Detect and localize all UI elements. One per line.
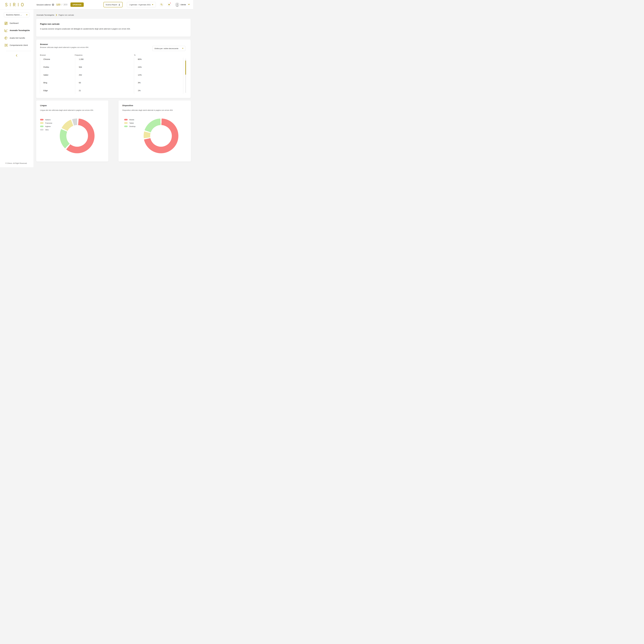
cell-percent: 12%	[138, 74, 142, 76]
sidebar-item-label: Anomalie Tecnologiche	[10, 29, 30, 31]
business-selector-label: Business Name1 ...	[6, 14, 27, 16]
sidebar-item-comportamento-utenti[interactable]: Comportamento Utenti	[0, 43, 33, 48]
legend-color-chip	[124, 119, 128, 120]
legend-color-chip	[40, 122, 44, 124]
legend-label: Francese	[45, 122, 52, 124]
legend-item: Inglese	[40, 126, 52, 127]
table-scrollbar[interactable]	[185, 59, 186, 93]
sidebar-item-anomalie-tecnologiche[interactable]: Anomalie Tecnologiche	[0, 28, 33, 33]
user-chevron-down-icon[interactable]	[188, 4, 190, 5]
column-header-browser: Browser	[40, 54, 46, 56]
download-icon	[118, 4, 120, 6]
table-row: Safari25212%	[36, 74, 191, 77]
sort-caret-icon	[182, 48, 183, 49]
legend-label: Mobile	[129, 119, 134, 121]
cell-frequenza: 21	[79, 90, 81, 92]
legend-label: Inglese	[45, 125, 51, 127]
sessions-help-icon[interactable]: ?	[52, 4, 54, 6]
business-caret-icon	[27, 14, 27, 15]
table-row: Chrome1.26060%	[36, 58, 191, 61]
dispositivo-donut-chart	[144, 118, 178, 153]
breadcrumb-parent[interactable]: Anomalie Tecnologiche	[36, 14, 54, 16]
dispositivo-legend: MobileTabletDesktop	[124, 119, 135, 127]
sidebar-collapse-button[interactable]	[15, 54, 18, 57]
sidebar-item-label: Dashboard	[10, 22, 19, 24]
legend-label: Altro	[45, 129, 49, 131]
business-selector[interactable]: Business Name1 ...	[4, 12, 29, 17]
support-button[interactable]: ?	[160, 3, 163, 7]
breadcrumb: Anomalie Tecnologiche Pagine non caricat…	[36, 14, 74, 16]
date-range-picker[interactable]: 3 gennaio - 9 gennaio 2021	[127, 2, 156, 7]
download-report-label: Scarica Report	[106, 4, 117, 6]
download-report-button[interactable]: Scarica Report	[103, 2, 123, 7]
sort-dropdown-label: Ordina per: ordine decrescente	[154, 48, 178, 49]
cell-frequenza: 504	[79, 66, 82, 68]
sessions-separator: /	[62, 3, 62, 6]
upgrade-button[interactable]: UPGRAGE	[70, 2, 84, 7]
cell-frequenza: 252	[79, 74, 82, 76]
legend-color-chip	[124, 126, 128, 127]
user-label: Utente	[180, 0, 186, 9]
bell-icon	[168, 4, 170, 6]
legend-color-chip	[40, 126, 44, 127]
copyright-text: © Chiron. All Right Reserved.	[5, 162, 27, 164]
legend-color-chip	[40, 129, 44, 130]
notifications-button[interactable]	[167, 3, 171, 7]
cell-percent: 1%	[138, 90, 141, 92]
legend-label: Italiano	[45, 119, 51, 121]
dashboard-icon	[4, 22, 8, 25]
puzzle-circle-icon	[4, 36, 8, 40]
table-row: Edge211%	[36, 90, 191, 92]
avatar[interactable]	[175, 3, 179, 7]
sirio-logo: SIRIO	[5, 2, 26, 7]
legend-label: Desktop	[129, 125, 135, 127]
cell-percent: 3%	[138, 82, 141, 84]
line-chart-icon	[4, 29, 8, 32]
cell-browser: Firefox	[43, 66, 49, 68]
sessions-label: Sessioni odierne	[36, 4, 51, 6]
sort-dropdown[interactable]: Ordina per: ordine decrescente	[152, 46, 185, 51]
table-row: Bing633%	[36, 82, 191, 84]
cell-percent: 24%	[138, 66, 142, 68]
lingua-card-title: Lingua	[40, 104, 104, 107]
intro-card: Pagine non caricate In questa sezione ve…	[36, 19, 191, 37]
legend-item: Italiano	[40, 119, 52, 120]
sidebar-item-analisi-del-carrello[interactable]: Analisi Del Carrello	[0, 36, 33, 40]
dispositivo-card-subtitle: Dispositivo utilizzato dagli utenti atte…	[122, 109, 187, 111]
table-row: Firefox50424%	[36, 66, 191, 69]
strategy-paths-icon	[4, 44, 8, 47]
legend-item: Mobile	[124, 119, 135, 120]
sessions-counter: Sessioni odierne ? 123 / 300 UPGRAGE	[36, 0, 84, 9]
lingua-card-subtitle: Lingua del sito utilizzata dagli utenti …	[40, 109, 104, 111]
sidebar-item-label: Comportamento Utenti	[10, 44, 28, 46]
app-screen: SIRIO Sessioni odierne ? 123 / 300 UPGRA…	[0, 0, 193, 167]
lingua-legend: ItalianoFranceseIngleseAltro	[40, 119, 52, 130]
cell-frequenza: 1.260	[79, 58, 83, 60]
legend-item: Desktop	[124, 126, 135, 127]
intro-card-title: Pagine non caricate	[40, 23, 187, 25]
cell-frequenza: 63	[79, 82, 81, 84]
legend-item: Francese	[40, 122, 52, 124]
date-range-label: 3 gennaio - 9 gennaio 2021	[129, 4, 151, 6]
top-bar: SIRIO Sessioni odierne ? 123 / 300 UPGRA…	[0, 0, 193, 9]
cell-browser: Safari	[43, 74, 48, 76]
legend-item: Altro	[40, 129, 52, 130]
date-caret-icon	[152, 4, 153, 5]
dispositivo-card: Dispositivo Dispositivo utilizzato dagli…	[118, 100, 191, 162]
sessions-current: 123	[56, 3, 60, 6]
column-header-percent: %	[134, 54, 135, 56]
intro-card-description: In questa sezione vengono analizzate nel…	[40, 28, 187, 30]
column-header-frequenza: Frequenza	[75, 54, 82, 56]
breadcrumb-current: Pagine non caricate	[59, 14, 74, 16]
browser-table-body: Chrome1.26060%Firefox50424%Safari25212%B…	[36, 58, 191, 94]
sidebar-item-label: Analisi Del Carrello	[10, 37, 25, 39]
dispositivo-card-title: Dispositivo	[122, 104, 187, 107]
legend-item: Tablet	[124, 122, 135, 124]
sidebar: Business Name1 ... Dashboard	[0, 9, 33, 167]
legend-label: Tablet	[129, 122, 134, 124]
lingua-card: Lingua Lingua del sito utilizzata dagli …	[36, 100, 108, 162]
sidebar-item-dashboard[interactable]: Dashboard	[0, 21, 33, 26]
table-scrollbar-thumb[interactable]	[185, 61, 186, 75]
cell-browser: Bing	[43, 82, 47, 84]
legend-color-chip	[124, 122, 128, 124]
